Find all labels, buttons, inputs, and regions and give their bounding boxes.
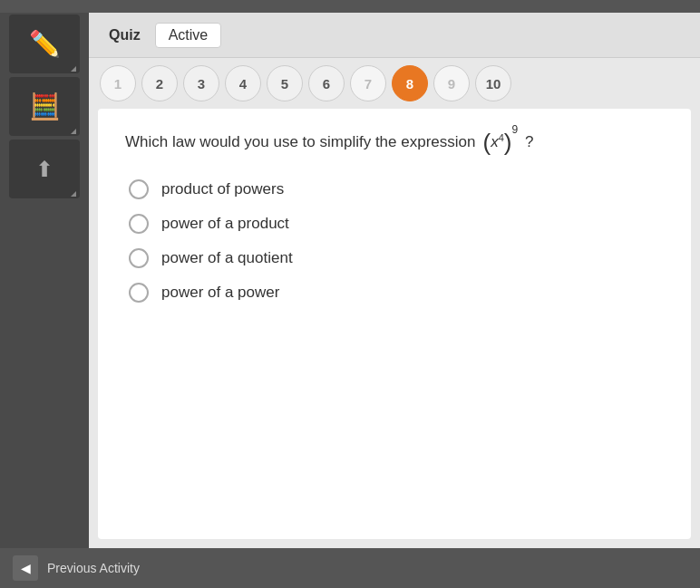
page-btn-6[interactable]: 6	[308, 65, 345, 101]
page-btn-1[interactable]: 1	[100, 65, 136, 101]
quiz-content: Which law would you use to simplify the …	[98, 109, 691, 539]
option-label-3: power of a quotient	[161, 249, 293, 267]
options-list: product of powers power of a product pow…	[129, 179, 664, 303]
main-layout: ✏️ 🧮 ⬆ Quiz Active 1 2 3 4 5 6 7 8 9 10	[0, 13, 700, 548]
page-btn-9[interactable]: 9	[433, 65, 470, 101]
math-expression: ( x 4 ) 9	[482, 130, 518, 154]
page-btn-8[interactable]: 8	[392, 65, 428, 101]
radio-btn-3[interactable]	[129, 248, 149, 268]
page-btn-4[interactable]: 4	[225, 65, 261, 101]
chevron-left-icon: ◀	[21, 561, 31, 575]
option-item-1[interactable]: product of powers	[129, 179, 664, 199]
math-base: x	[491, 130, 499, 154]
page-btn-3[interactable]: 3	[183, 65, 219, 101]
option-item-3[interactable]: power of a quotient	[129, 248, 664, 268]
option-label-1: product of powers	[161, 180, 284, 198]
left-paren: (	[482, 130, 491, 154]
header-bar	[0, 0, 700, 13]
tab-quiz[interactable]: Quiz	[100, 24, 150, 47]
bottom-bar: ◀ Previous Activity	[0, 548, 700, 588]
tab-bar: Quiz Active	[89, 13, 700, 58]
previous-activity-label: Previous Activity	[47, 561, 140, 575]
pagination: 1 2 3 4 5 6 7 8 9 10	[89, 58, 700, 109]
page-btn-2[interactable]: 2	[141, 65, 178, 101]
option-label-4: power of a power	[161, 284, 279, 302]
right-paren: )	[504, 130, 512, 154]
question-text-after: ?	[525, 130, 533, 154]
sidebar-item-calculator[interactable]: 🧮	[9, 77, 80, 136]
radio-btn-1[interactable]	[129, 179, 149, 199]
sidebar-item-upload[interactable]: ⬆	[9, 140, 80, 198]
math-inner-exp: 4	[499, 130, 504, 146]
upload-icon: ⬆	[35, 157, 53, 182]
page-btn-5[interactable]: 5	[267, 65, 303, 101]
previous-activity-button[interactable]: ◀	[13, 555, 38, 581]
tab-active[interactable]: Active	[155, 23, 222, 48]
pencil-icon: ✏️	[29, 29, 61, 59]
sidebar: ✏️ 🧮 ⬆	[0, 13, 89, 548]
option-item-4[interactable]: power of a power	[129, 283, 664, 303]
option-item-2[interactable]: power of a product	[129, 214, 664, 234]
radio-btn-4[interactable]	[129, 283, 149, 303]
math-outer-exp: 9	[511, 121, 518, 138]
radio-btn-2[interactable]	[129, 214, 149, 234]
option-label-2: power of a product	[161, 215, 289, 233]
calculator-icon: 🧮	[29, 92, 61, 121]
content-area: Quiz Active 1 2 3 4 5 6 7 8 9 10 Which l…	[89, 13, 700, 548]
page-btn-7[interactable]: 7	[350, 65, 386, 101]
sidebar-item-pencil[interactable]: ✏️	[9, 14, 80, 73]
question-text: Which law would you use to simplify the …	[125, 130, 664, 154]
question-text-before: Which law would you use to simplify the …	[125, 130, 475, 154]
page-btn-10[interactable]: 10	[475, 65, 511, 101]
